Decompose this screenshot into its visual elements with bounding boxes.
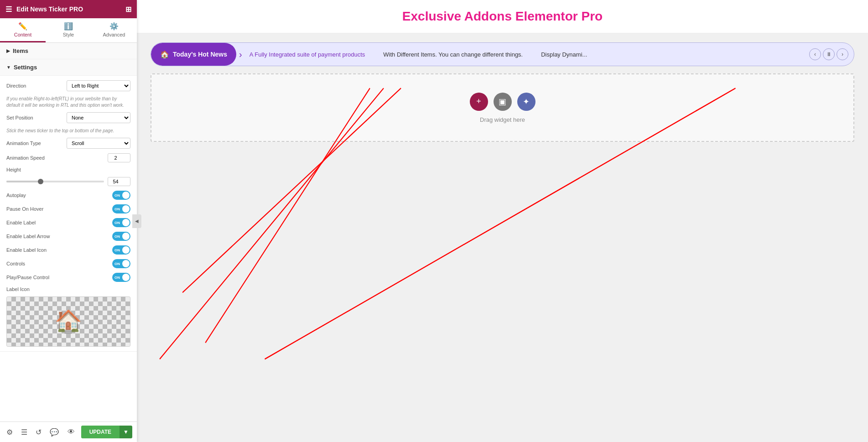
enable-label-icon-on-label: ON — [114, 248, 120, 252]
grid-icon[interactable]: ⊞ — [125, 5, 131, 14]
page-title: Exclusive Addons Elementor Pro — [137, 0, 868, 33]
height-input[interactable] — [108, 177, 130, 186]
enable-label-icon-label: Enable Label Icon — [6, 247, 47, 253]
sidebar-bottom-toolbar: ⚙ ☰ ↺ 💬 👁 UPDATE ▼ — [0, 421, 137, 442]
eye-icon[interactable]: 👁 — [66, 426, 77, 438]
enable-label-arrow-toggle[interactable]: ON — [112, 232, 130, 241]
ticker-label-text: Today's Hot News — [173, 51, 227, 58]
enable-label-label: Enable Label — [6, 220, 36, 225]
autoplay-label: Autoplay — [6, 192, 26, 198]
pause-on-hover-label: Pause On Hover — [6, 206, 43, 212]
settings-arrow-icon: ▼ — [6, 65, 11, 70]
layers-icon[interactable]: ☰ — [19, 426, 29, 438]
content-tab-icon: ✏️ — [18, 22, 27, 31]
play-pause-toggle[interactable]: ON — [112, 273, 130, 282]
update-btn-group: UPDATE ▼ — [81, 426, 132, 438]
animation-speed-row: Animation Speed — [6, 153, 130, 162]
pause-on-hover-on-label: ON — [114, 207, 120, 211]
ticker-item-1: With Different Items. You can change dif… — [383, 51, 523, 58]
update-button[interactable]: UPDATE — [81, 426, 120, 438]
news-ticker-widget: 🏠 Today's Hot News › A Fully Integrated … — [151, 42, 854, 66]
height-slider-track[interactable] — [6, 181, 104, 182]
drop-zone-text: Drag widget here — [480, 116, 525, 123]
ticker-prev-button[interactable]: ‹ — [809, 48, 821, 60]
add-widget-icon[interactable]: + — [470, 93, 488, 111]
animation-type-select[interactable]: Scroll Slide Fade — [67, 138, 130, 149]
settings-section-header[interactable]: ▼ Settings — [0, 59, 137, 76]
ticker-arrow-icon: › — [236, 49, 245, 60]
pause-on-hover-toggle[interactable]: ON — [112, 204, 130, 213]
sidebar-header: ☰ Edit News Ticker PRO ⊞ — [0, 0, 137, 18]
set-position-hint: Stick the news ticker to the top or bott… — [6, 128, 130, 134]
tab-advanced[interactable]: ⚙️ Advanced — [91, 18, 137, 42]
enable-label-arrow-row: Enable Label Arrow ON — [6, 232, 130, 241]
sidebar-tabs: ✏️ Content ℹ️ Style ⚙️ Advanced — [0, 18, 137, 43]
hamburger-icon[interactable]: ☰ — [5, 5, 12, 14]
set-position-row: Set Position None Top Bottom — [6, 112, 130, 123]
controls-on-label: ON — [114, 262, 120, 266]
sidebar: ☰ Edit News Ticker PRO ⊞ ✏️ Content ℹ️ S… — [0, 0, 137, 442]
main-content: Exclusive Addons Elementor Pro 🏠 Today's… — [137, 0, 868, 442]
tab-content[interactable]: ✏️ Content — [0, 18, 46, 42]
canvas-area: 🏠 Today's Hot News › A Fully Integrated … — [137, 33, 868, 442]
set-position-control-wrap: None Top Bottom — [33, 112, 130, 123]
play-pause-on-label: ON — [114, 276, 120, 280]
direction-label: Direction — [6, 83, 26, 88]
advanced-tab-icon: ⚙️ — [109, 22, 119, 31]
controls-toggle[interactable]: ON — [112, 259, 130, 268]
enable-label-icon-toggle[interactable]: ON — [112, 245, 130, 255]
sidebar-header-left: ☰ Edit News Ticker PRO — [5, 5, 83, 14]
comment-icon[interactable]: 💬 — [48, 426, 61, 438]
settings-section-body: Direction Left to Right Right to Left If… — [0, 76, 137, 352]
items-section-header[interactable]: ▶ Items — [0, 43, 137, 59]
sidebar-content: ▶ Items ▼ Settings Direction Left to Rig… — [0, 43, 137, 421]
animation-type-row: Animation Type Scroll Slide Fade — [6, 138, 130, 149]
height-slider-thumb[interactable] — [38, 179, 43, 184]
direction-hint: If you enable Right-to-left(RTL) in your… — [6, 96, 130, 109]
height-slider-row — [6, 177, 130, 186]
ticker-item-2: Display Dynami... — [541, 51, 587, 58]
items-arrow-icon: ▶ — [6, 48, 10, 53]
animation-type-label: Animation Type — [6, 140, 41, 146]
controls-label: Controls — [6, 261, 25, 266]
collapse-handle[interactable]: ◀ — [132, 214, 141, 228]
set-position-label: Set Position — [6, 115, 33, 120]
label-icon-row: Label Icon — [6, 286, 130, 292]
tab-advanced-label: Advanced — [103, 32, 125, 37]
ticker-next-button[interactable]: › — [837, 48, 848, 60]
height-slider-fill — [6, 181, 41, 182]
animation-speed-input[interactable] — [108, 153, 130, 162]
ticker-label: 🏠 Today's Hot News — [151, 43, 236, 66]
set-position-select[interactable]: None Top Bottom — [67, 112, 130, 123]
direction-control-wrap: Left to Right Right to Left — [26, 80, 130, 91]
enable-label-toggle[interactable]: ON — [112, 218, 130, 227]
tab-style[interactable]: ℹ️ Style — [46, 18, 91, 42]
history-icon[interactable]: ↺ — [34, 426, 43, 438]
autoplay-on-label: ON — [114, 193, 120, 198]
settings-bottom-icon[interactable]: ⚙ — [5, 426, 15, 438]
elementor-icon[interactable]: ✦ — [517, 93, 535, 111]
drop-zone[interactable]: + ▣ ✦ Drag widget here — [151, 73, 854, 142]
height-label-row: Height — [6, 167, 130, 172]
controls-row: Controls ON — [6, 259, 130, 268]
layout-icon[interactable]: ▣ — [494, 93, 512, 111]
pause-on-hover-row: Pause On Hover ON — [6, 204, 130, 213]
height-label: Height — [6, 167, 21, 172]
label-icon-preview[interactable]: 🏠 — [6, 296, 130, 347]
enable-label-arrow-label: Enable Label Arrow — [6, 234, 50, 239]
enable-label-on-label: ON — [114, 221, 120, 225]
update-arrow-button[interactable]: ▼ — [120, 426, 132, 438]
style-tab-icon: ℹ️ — [64, 22, 73, 31]
ticker-item-0: A Fully Integrated suite of payment prod… — [249, 51, 365, 58]
animation-type-control-wrap: Scroll Slide Fade — [41, 138, 130, 149]
animation-speed-label: Animation Speed — [6, 155, 45, 161]
autoplay-row: Autoplay ON — [6, 191, 130, 200]
ticker-label-icon: 🏠 — [160, 50, 169, 59]
autoplay-toggle[interactable]: ON — [112, 191, 130, 200]
label-icon-section-label: Label Icon — [6, 286, 30, 292]
tab-content-label: Content — [14, 32, 32, 37]
play-pause-row: Play/Pause Control ON — [6, 273, 130, 282]
settings-section-label: Settings — [14, 64, 37, 71]
direction-select[interactable]: Left to Right Right to Left — [67, 80, 130, 91]
ticker-pause-button[interactable]: ⏸ — [823, 48, 835, 60]
